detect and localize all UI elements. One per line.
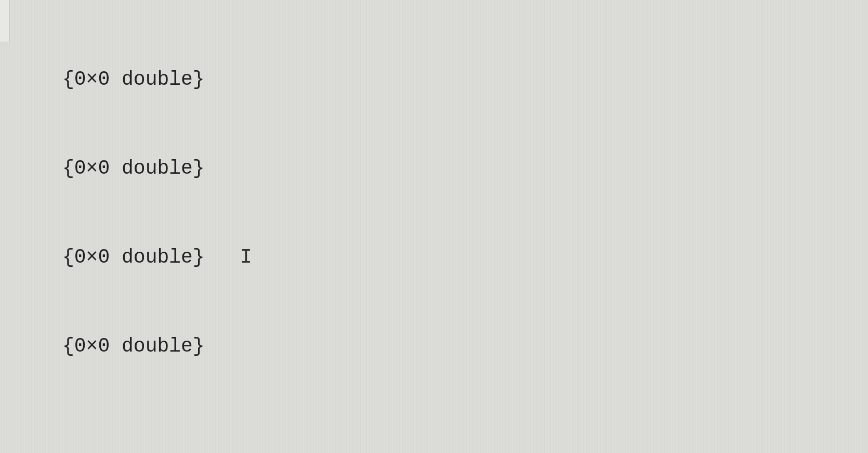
text-cursor-icon: I <box>240 246 252 268</box>
command-window-output[interactable]: {0×0 double} {0×0 double} {0×0 double} I… <box>0 5 868 453</box>
cell-output-line: {0×0 double} <box>0 64 868 94</box>
gutter-margin <box>0 0 9 42</box>
blank-line <box>0 450 868 453</box>
cell-output-line: {0×0 double} <box>0 153 868 183</box>
cell-output-line: {0×0 double} I <box>0 242 868 272</box>
cell-output-line: {0×0 double} <box>0 331 868 361</box>
cell-value: {0×0 double} <box>62 246 205 268</box>
